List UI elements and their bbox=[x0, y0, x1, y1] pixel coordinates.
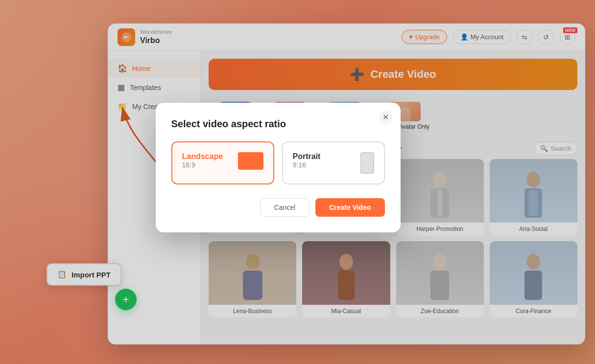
aspect-ratio-modal: ✕ Select video aspect ratio Landscape 16… bbox=[156, 103, 401, 232]
modal-actions: Cancel Create Video bbox=[171, 198, 385, 217]
modal-title: Select video aspect ratio bbox=[171, 118, 385, 130]
ratio-portrait[interactable]: Portrait 9:16 bbox=[282, 141, 385, 184]
ratio-landscape[interactable]: Landscape 16:9 bbox=[171, 141, 274, 184]
modal-close-button[interactable]: ✕ bbox=[379, 111, 393, 124]
landscape-name: Landscape bbox=[182, 152, 223, 161]
ratio-options: Landscape 16:9 Portrait 9:16 bbox=[171, 141, 385, 184]
portrait-name: Portrait bbox=[293, 152, 321, 161]
modal-create-button[interactable]: Create Video bbox=[315, 198, 384, 217]
portrait-ratio: 9:16 bbox=[293, 161, 321, 169]
portrait-icon bbox=[360, 152, 374, 174]
modal-overlay: ✕ Select video aspect ratio Landscape 16… bbox=[0, 0, 595, 364]
landscape-ratio: 16:9 bbox=[182, 161, 223, 169]
modal-cancel-button[interactable]: Cancel bbox=[260, 198, 310, 217]
landscape-icon bbox=[238, 152, 263, 170]
